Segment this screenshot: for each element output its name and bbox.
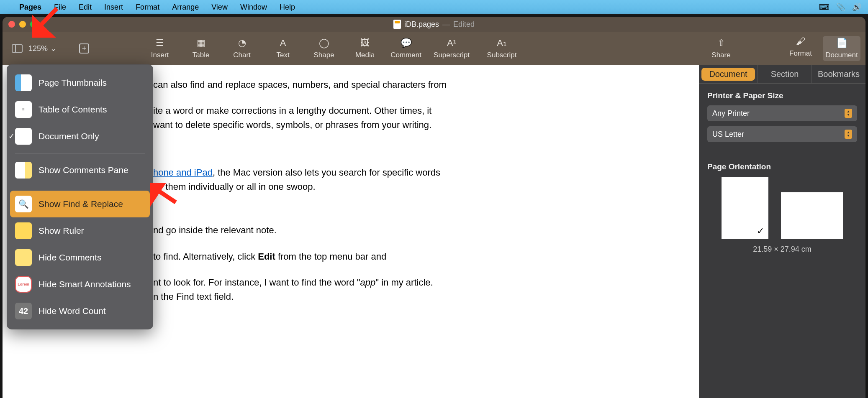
inspector-tab-bookmarks[interactable]: Bookmarks: [812, 65, 865, 83]
insert-icon: ☰: [156, 38, 164, 48]
document-inspector-icon: 📄: [836, 38, 847, 48]
inspector-tab-section[interactable]: Section: [758, 65, 812, 83]
checkmark-icon: ✓: [757, 226, 764, 237]
text-icon: A: [280, 38, 286, 48]
title-dash: —: [442, 20, 450, 29]
orientation-label: Page Orientation: [707, 162, 857, 171]
window-titlebar: iDB.pages — Edited: [3, 17, 865, 32]
superscript-button[interactable]: A¹Superscript: [426, 38, 477, 59]
subscript-button[interactable]: A₁Subscript: [477, 38, 527, 59]
document-only-icon: [15, 128, 32, 145]
share-icon: ⇧: [717, 38, 725, 48]
view-item-show-find-replace[interactable]: 🔍Show Find & Replace: [10, 191, 150, 217]
view-item-document-only[interactable]: Document Only: [10, 123, 150, 150]
document-status: Edited: [453, 20, 475, 29]
chart-icon: ◔: [238, 38, 246, 48]
body-text-italic: app: [360, 277, 376, 288]
thumbnails-icon: [15, 74, 32, 91]
body-text: nt to look for. For instance, I want to …: [153, 277, 360, 288]
body-text: from the top menu bar and: [275, 251, 386, 262]
superscript-icon: A¹: [447, 38, 456, 48]
word-count-icon: 42: [15, 303, 32, 319]
lorem-icon: Lorem: [15, 276, 32, 293]
add-page-button[interactable]: +: [79, 43, 89, 54]
volume-icon[interactable]: 🔊: [852, 3, 861, 12]
body-text: , the Mac version also lets you search f…: [213, 167, 440, 178]
paper-size-select[interactable]: US Letter ▲▼: [707, 126, 857, 142]
orientation-portrait[interactable]: ✓: [722, 177, 768, 239]
body-text: can also find and replace spaces, number…: [153, 79, 447, 90]
menu-insert[interactable]: Insert: [104, 3, 123, 12]
body-text: n the Find text field.: [153, 291, 234, 302]
close-window-button[interactable]: [8, 21, 15, 28]
document-title: iDB.pages: [404, 20, 439, 29]
body-text: " in my article.: [375, 277, 433, 288]
body-text: nd go inside the relevant note.: [153, 225, 277, 235]
media-icon: 🖼: [360, 38, 370, 48]
toolbar: 125% ⌄ + ☰Insert ▦Table ◔Chart AText ◯Sh…: [3, 32, 865, 65]
document-inspector-button[interactable]: 📄Document: [823, 36, 860, 61]
menu-separator: [15, 187, 145, 187]
subscript-icon: A₁: [497, 38, 507, 48]
menubar-right: ⌨ 📎 🔊: [819, 3, 861, 12]
insert-button[interactable]: ☰Insert: [139, 38, 180, 59]
inspector-panel: Document Section Bookmarks Printer & Pap…: [699, 65, 865, 398]
hyperlink[interactable]: hone and iPad: [153, 167, 213, 178]
annotation-arrow: [150, 183, 183, 208]
minimize-window-button[interactable]: [19, 21, 26, 28]
page-dimensions: 21.59 × 27.94 cm: [707, 245, 857, 254]
inspector-tab-document[interactable]: Document: [701, 68, 755, 81]
zoom-selector[interactable]: 125% ⌄: [28, 44, 56, 53]
menu-help[interactable]: Help: [280, 3, 295, 12]
format-inspector-button[interactable]: 🖌Format: [782, 36, 819, 61]
stepper-icon: ▲▼: [845, 130, 852, 139]
shape-button[interactable]: ◯Shape: [303, 38, 344, 59]
view-dropdown-menu: Page Thumbnails ≡Table of Contents Docum…: [7, 64, 153, 329]
comments-pane-icon: [15, 162, 32, 179]
view-item-hide-word-count[interactable]: 42Hide Word Count: [10, 298, 150, 324]
printer-section-label: Printer & Paper Size: [707, 91, 857, 100]
printer-select[interactable]: Any Printer ▲▼: [707, 105, 857, 121]
comment-icon: 💬: [401, 38, 412, 48]
svg-line-0: [36, 8, 57, 30]
system-menubar: Pages File Edit Insert Format Arrange Vi…: [0, 0, 868, 14]
menu-separator: [15, 153, 145, 153]
menu-arrange[interactable]: Arrange: [172, 3, 199, 12]
body-text: ite a word or make corrections in a leng…: [153, 105, 431, 116]
view-item-table-of-contents[interactable]: ≡Table of Contents: [10, 96, 150, 123]
share-button[interactable]: ⇧Share: [702, 38, 740, 59]
view-item-show-ruler[interactable]: Show Ruler: [10, 217, 150, 244]
menu-format[interactable]: Format: [136, 3, 159, 12]
find-icon: 🔍: [15, 196, 32, 212]
stepper-icon: ▲▼: [845, 109, 852, 118]
attachment-icon[interactable]: 📎: [836, 3, 845, 12]
view-item-page-thumbnails[interactable]: Page Thumbnails: [10, 69, 150, 96]
svg-line-1: [153, 187, 176, 202]
input-menu-icon[interactable]: ⌨: [819, 3, 829, 12]
menu-edit[interactable]: Edit: [79, 3, 92, 12]
view-menu-button[interactable]: [12, 44, 23, 53]
view-item-show-comments-pane[interactable]: Show Comments Pane: [10, 157, 150, 184]
toc-icon: ≡: [15, 101, 32, 118]
text-button[interactable]: AText: [262, 38, 303, 59]
orientation-landscape[interactable]: [781, 192, 843, 239]
shape-icon: ◯: [319, 38, 329, 48]
comment-button[interactable]: 💬Comment: [385, 38, 426, 59]
annotation-arrow: [32, 4, 65, 38]
format-icon: 🖌: [796, 36, 805, 47]
document-icon: [393, 20, 401, 29]
body-text: want to delete specific words, symbols, …: [153, 120, 431, 130]
table-button[interactable]: ▦Table: [180, 38, 221, 59]
media-button[interactable]: 🖼Media: [344, 38, 385, 59]
body-text-bold: Edit: [258, 251, 275, 262]
view-item-hide-smart-annotations[interactable]: LoremHide Smart Annotations: [10, 271, 150, 298]
chart-button[interactable]: ◔Chart: [221, 38, 262, 59]
menu-window[interactable]: Window: [240, 3, 267, 12]
pages-window: iDB.pages — Edited 125% ⌄ + ☰Insert ▦Tab…: [3, 17, 865, 398]
menu-view[interactable]: View: [211, 3, 228, 12]
hide-comments-icon: [15, 249, 32, 266]
ruler-icon: [15, 222, 32, 239]
view-item-hide-comments[interactable]: Hide Comments: [10, 244, 150, 271]
table-icon: ▦: [197, 38, 205, 48]
body-text: to find. Alternatively, click: [153, 251, 258, 262]
